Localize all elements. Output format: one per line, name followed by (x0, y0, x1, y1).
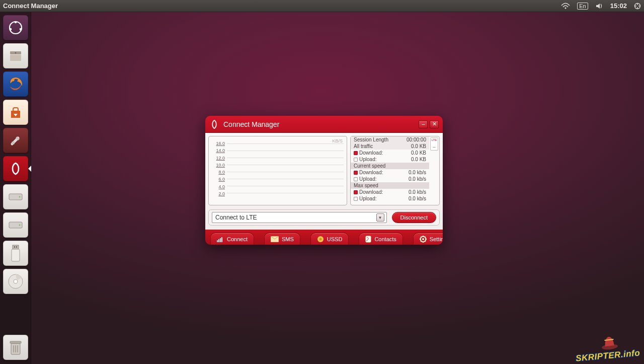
active-app-title: Connect Manager (3, 2, 58, 10)
chart-y-tick: 8.0 (212, 170, 225, 175)
svg-point-3 (14, 21, 17, 24)
stats-panel: LTE _ Session Length 00:00:00 All traffi… (350, 136, 440, 205)
svg-point-16 (19, 225, 20, 226)
optical-drive-icon[interactable] (3, 269, 28, 294)
current-upload-row: Upload: 0.0 kb/s (351, 176, 429, 182)
max-download-checkbox[interactable] (354, 190, 358, 194)
svg-rect-7 (10, 55, 21, 61)
svg-rect-20 (16, 246, 17, 248)
max-upload-row: Upload: 0.0 kb/s (351, 195, 429, 202)
chevron-down-icon: ▼ (376, 213, 384, 222)
window-close-button[interactable]: ✕ (430, 120, 439, 128)
current-upload-checkbox[interactable] (354, 177, 358, 181)
top-panel: Connect Manager En 15:02 (0, 0, 644, 12)
chart-y-tick: 2.0 (212, 191, 225, 196)
drive-icon-2[interactable] (3, 212, 28, 238)
svg-rect-26 (218, 239, 219, 242)
svg-point-0 (565, 7, 567, 9)
connection-row: Connect to LTE ▼ Disconnect (208, 209, 440, 226)
connect-manager-icon[interactable] (3, 156, 28, 181)
current-download-checkbox[interactable] (354, 171, 358, 175)
current-download-row: Download: 0.0 kb/s (351, 169, 429, 176)
all-traffic-row: All traffic 0.0 KB (351, 143, 429, 150)
upload-checkbox[interactable] (354, 158, 358, 162)
svg-rect-27 (220, 238, 221, 242)
sound-indicator-icon[interactable] (595, 3, 603, 10)
window-minimize-button[interactable]: ‒ (419, 120, 428, 128)
svg-rect-18 (12, 249, 20, 261)
connection-selected-value: Connect to LTE (215, 214, 257, 221)
tab-contacts[interactable]: Contacts (359, 233, 403, 245)
clock[interactable]: 15:02 (610, 2, 627, 10)
tab-connect[interactable]: Connect (210, 233, 254, 245)
svg-rect-17 (13, 245, 19, 249)
drive-icon[interactable] (3, 184, 28, 209)
window-titlebar[interactable]: Connect Manager ‒ ✕ (205, 116, 443, 133)
dash-icon[interactable] (3, 15, 28, 40)
signal-badge: LTE _ (430, 137, 438, 151)
svg-rect-24 (10, 341, 21, 343)
svg-rect-28 (221, 237, 222, 242)
svg-rect-19 (14, 246, 15, 248)
speed-chart: KB/S 16.014.012.010.08.06.04.02.0 (208, 136, 347, 205)
max-speed-header: Max speed (351, 182, 429, 189)
chart-y-tick: 4.0 (212, 184, 225, 189)
max-download-row: Download: 0.0 kb/s (351, 189, 429, 195)
usb-drive-icon[interactable] (3, 241, 28, 266)
chart-y-tick: 14.0 (212, 148, 225, 153)
svg-point-31 (319, 238, 321, 240)
session-length-row: Session Length 00:00:00 (351, 136, 429, 143)
app-body: KB/S 16.014.012.010.08.06.04.02.0 LTE _ … (205, 133, 443, 230)
svg-point-14 (19, 196, 20, 198)
traffic-download-row: Download: 0.0 KB (351, 150, 429, 156)
tab-settings[interactable]: Settings (413, 233, 443, 245)
session-indicator-icon[interactable] (634, 3, 641, 10)
window-title: Connect Manager (223, 120, 279, 128)
watermark-icon (599, 334, 620, 351)
app-tabs: Connect SMS USSD Contacts Settings (205, 230, 443, 245)
svg-point-5 (9, 28, 12, 31)
settings-icon[interactable] (3, 128, 28, 153)
traffic-upload-row: Upload: 0.0 KB (351, 156, 429, 163)
watermark-text: SKRIPTER.info (575, 348, 640, 363)
max-upload-checkbox[interactable] (354, 197, 358, 201)
trash-icon[interactable] (3, 335, 28, 360)
app-logo-icon (209, 119, 219, 129)
keyboard-layout-indicator[interactable]: En (577, 3, 588, 10)
download-checkbox[interactable] (354, 151, 358, 155)
network-indicator-icon[interactable] (561, 3, 570, 10)
current-speed-header: Current speed (351, 163, 429, 169)
svg-point-12 (12, 141, 15, 144)
firefox-icon[interactable] (3, 71, 28, 97)
svg-point-4 (19, 28, 22, 31)
files-icon[interactable] (3, 43, 28, 68)
svg-point-34 (422, 238, 424, 240)
chart-y-tick: 6.0 (212, 177, 225, 182)
disconnect-button[interactable]: Disconnect (392, 212, 436, 223)
launcher (0, 12, 31, 364)
svg-rect-25 (217, 240, 218, 242)
svg-point-8 (15, 52, 16, 54)
chart-y-tick: 16.0 (212, 141, 225, 146)
svg-point-2 (10, 22, 22, 34)
app-window: Connect Manager ‒ ✕ KB/S 16.014.012.010.… (205, 116, 443, 245)
chart-y-tick: 10.0 (212, 163, 225, 168)
connection-select[interactable]: Connect to LTE ▼ (212, 212, 387, 223)
software-center-icon[interactable] (3, 100, 28, 125)
tab-sms[interactable]: SMS (264, 233, 300, 245)
tab-ussd[interactable]: USSD (310, 233, 349, 245)
chart-unit-label: KB/S (332, 138, 343, 143)
chart-y-tick: 12.0 (212, 156, 225, 161)
